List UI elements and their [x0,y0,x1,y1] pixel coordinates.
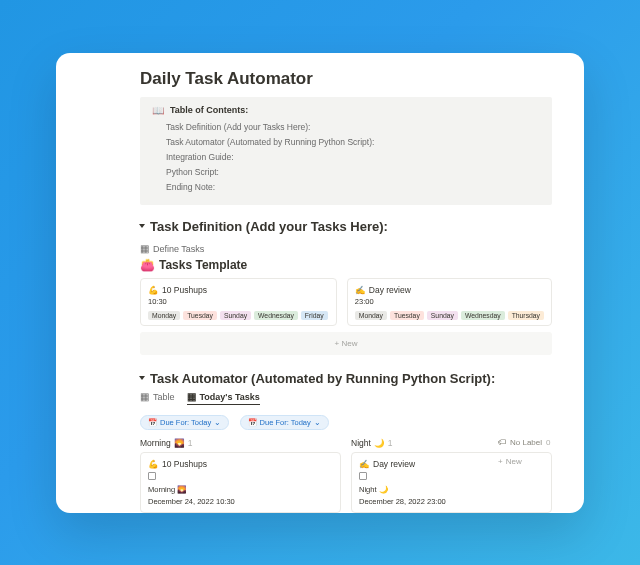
board-card[interactable]: 💪 10 Pushups Morning 🌄 December 24, 2022… [140,452,341,513]
db-view-tab-today[interactable]: ▦ Today's Tasks [187,390,260,405]
checkbox[interactable] [359,472,367,480]
task-tags: MondayTuesdaySundayWednesdayThursday [355,311,544,320]
column-name: Night [351,438,371,448]
column-count: 1 [388,438,393,448]
toc-item[interactable]: Python Script: [152,165,540,180]
day-tag: Wednesday [254,311,298,320]
page-title: Daily Task Automator [140,69,552,89]
new-label: New [506,457,522,466]
plus-icon: + [498,457,503,466]
section-heading-row[interactable]: Task Definition (Add your Tasks Here): [140,219,552,234]
task-emoji: 💪 [148,285,159,295]
card-title: 10 Pushups [162,459,207,469]
chevron-down-icon: ⌄ [214,418,221,427]
day-tag: Friday [301,311,328,320]
column-emoji-icon: 🌙 [374,438,385,448]
column-name: Morning [140,438,171,448]
column-emoji-icon: 🌄 [174,438,185,448]
card-date: December 28, 2022 23:00 [359,497,544,506]
toc-item[interactable]: Task Automator (Automated by Running Pyt… [152,135,540,150]
day-tag: Wednesday [461,311,505,320]
db-view-tab-label: Today's Tasks [200,392,260,402]
day-tag: Sunday [220,311,251,320]
section-heading: Task Automator (Automated by Running Pyt… [150,371,495,386]
toc-title: Table of Contents: [170,105,248,115]
day-tag: Sunday [427,311,458,320]
gallery-card[interactable]: ✍️ Day review 23:00 MondayTuesdaySundayW… [347,278,552,326]
board-column-header[interactable]: Morning 🌄 1 [140,438,341,448]
card-emoji: 💪 [148,459,159,469]
column-count: 1 [188,438,193,448]
db-title-text: Tasks Template [159,258,247,272]
card-title: Day review [373,459,415,469]
card-date: December 24, 2022 10:30 [148,497,333,506]
board-view-icon: ▦ [187,392,196,402]
db-title-emoji: 👛 [140,258,155,272]
card-label-text: Night [359,485,377,494]
day-tag: Monday [355,311,387,320]
filter-pill-due-for[interactable]: 📅 Due For: Today ⌄ [140,415,229,430]
task-title: Day review [369,285,411,295]
task-tags: MondayTuesdaySundayWednesdayFriday [148,311,329,320]
filter-label: Due For: Today [260,418,311,427]
toc-heading: 📖 Table of Contents: [152,105,540,116]
checkbox[interactable] [148,472,156,480]
tasks-gallery: 💪 10 Pushups 10:30 MondayTuesdaySundayWe… [140,278,552,326]
toc-item[interactable]: Ending Note: [152,180,540,195]
page-card: Daily Task Automator 📖 Table of Contents… [56,53,584,513]
day-tag: Tuesday [390,311,424,320]
card-label-emoji-icon: 🌙 [379,485,388,494]
section-task-automator: Task Automator (Automated by Running Pyt… [140,371,552,513]
card-label-text: Morning [148,485,175,494]
board-new-card[interactable]: + New [498,453,558,466]
db-view-tab-define-tasks[interactable]: ▦ Define Tasks [140,242,204,256]
db-view-tabs: ▦ Table ▦ Today's Tasks [140,390,552,407]
task-title: 10 Pushups [162,285,207,295]
board: Morning 🌄 1 💪 10 Pushups Morning 🌄 [140,438,552,513]
filter-label: Due For: Today [160,418,211,427]
day-tag: Monday [148,311,180,320]
column-name: No Label [510,438,542,447]
task-time: 10:30 [148,297,329,306]
toggle-triangle-icon[interactable] [139,376,145,380]
board-column-no-label: 🏷 No Label 0 + New [498,438,558,466]
day-tag: Tuesday [183,311,217,320]
gallery-card[interactable]: 💪 10 Pushups 10:30 MondayTuesdaySundayWe… [140,278,337,326]
board-column-morning: Morning 🌄 1 💪 10 Pushups Morning 🌄 [140,438,341,513]
gallery-view-icon: ▦ [140,244,149,254]
section-heading: Task Definition (Add your Tasks Here): [150,219,388,234]
db-view-tab-table[interactable]: ▦ Table [140,390,175,405]
table-of-contents: 📖 Table of Contents: Task Definition (Ad… [140,97,552,205]
day-tag: Thursday [508,311,544,320]
toc-item[interactable]: Integration Guide: [152,150,540,165]
filter-pill-due-for[interactable]: 📅 Due For: Today ⌄ [240,415,329,430]
table-view-icon: ▦ [140,392,149,402]
tag-icon: 🏷 [498,438,506,447]
task-emoji: ✍️ [355,285,366,295]
filter-row: 📅 Due For: Today ⌄ 📅 Due For: Today ⌄ [140,411,552,430]
card-emoji: ✍️ [359,459,370,469]
column-count: 0 [546,438,550,447]
section-task-definition: Task Definition (Add your Tasks Here): ▦… [140,219,552,355]
toc-item[interactable]: Task Definition (Add your Tasks Here): [152,120,540,135]
book-icon: 📖 [152,105,164,116]
calendar-icon: 📅 [148,418,157,427]
section-heading-row[interactable]: Task Automator (Automated by Running Pyt… [140,371,552,386]
db-view-tab-label: Define Tasks [153,244,204,254]
chevron-down-icon: ⌄ [314,418,321,427]
card-label-emoji-icon: 🌄 [177,485,186,494]
calendar-icon: 📅 [248,418,257,427]
db-title[interactable]: 👛 Tasks Template [140,258,552,272]
toggle-triangle-icon[interactable] [139,224,145,228]
db-view-tab-label: Table [153,392,175,402]
gallery-new-row[interactable]: + New [140,332,552,355]
board-column-header[interactable]: 🏷 No Label 0 [498,438,558,447]
task-time: 23:00 [355,297,544,306]
